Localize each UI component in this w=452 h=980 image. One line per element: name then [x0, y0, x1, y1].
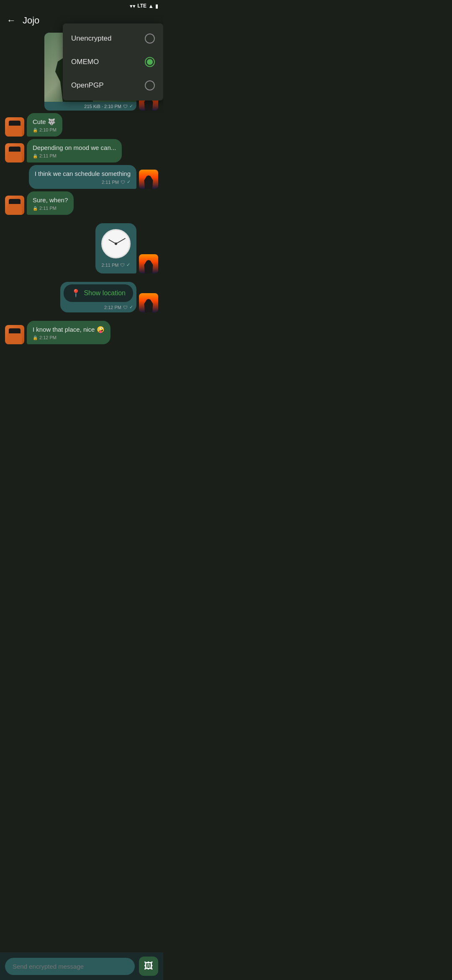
- table-row: Sure, when? 🔒 2:11 PM: [5, 191, 158, 215]
- signal-icon: ▲: [148, 3, 154, 9]
- avatar: [5, 196, 24, 215]
- message-meta: 🔒 2:11 PM: [33, 153, 116, 158]
- avatar: [139, 170, 158, 189]
- message-meta: 2:12 PM 🛡 ✓: [64, 304, 133, 310]
- battery-icon: ▮: [155, 3, 158, 9]
- show-location-label: Show location: [84, 289, 126, 297]
- shield-icon: 🛡: [120, 263, 125, 268]
- shield-icon: 🛡: [123, 104, 128, 109]
- shield-icon: 🛡: [121, 180, 125, 185]
- table-row: I know that place, nice 🤪 🔒 2:12 PM: [5, 321, 158, 344]
- message-meta: 🔒 2:10 PM: [33, 127, 56, 132]
- clock-face: [101, 229, 131, 258]
- shield-icon: 🛡: [123, 305, 128, 310]
- enc-option-unencrypted[interactable]: Unencrypted: [63, 27, 163, 50]
- message-time: 2:10 PM: [39, 127, 56, 132]
- table-row: Depending on mood we can... 🔒 2:11 PM: [5, 139, 158, 162]
- message-text: I think we can schedule something: [35, 169, 131, 178]
- enc-omemo-radio[interactable]: [145, 57, 155, 67]
- chat-title: Jojo: [23, 15, 39, 26]
- table-row: I think we can schedule something 2:11 P…: [5, 165, 158, 189]
- avatar: [139, 254, 158, 273]
- enc-omemo-label: OMEMO: [71, 58, 99, 66]
- message-text: I know that place, nice 🤪: [33, 325, 105, 334]
- message-bubble: I know that place, nice 🤪 🔒 2:12 PM: [27, 321, 110, 344]
- lock-icon: 🔒: [33, 154, 38, 158]
- show-location-button[interactable]: 📍 Show location: [64, 284, 133, 302]
- enc-option-openpgp[interactable]: OpenPGP: [63, 74, 163, 97]
- avatar: [5, 325, 24, 344]
- check-icon: ✓: [127, 179, 131, 185]
- message-time: 2:11 PM: [102, 180, 119, 185]
- message-time: 2:11 PM: [102, 263, 119, 268]
- location-message-bubble: 📍 Show location 2:12 PM 🛡 ✓: [60, 282, 136, 312]
- lock-icon: 🔒: [33, 206, 38, 211]
- avatar: [5, 117, 24, 137]
- clock-center: [115, 242, 117, 245]
- message-time: 2:12 PM: [39, 335, 56, 340]
- message-time: 2:11 PM: [39, 153, 56, 158]
- avatar: [139, 293, 158, 312]
- enc-omemo-radio-inner: [147, 59, 153, 65]
- enc-option-omemo[interactable]: OMEMO: [63, 50, 163, 74]
- chat-header: ← Jojo Unencrypted OMEMO OpenPGP: [0, 12, 163, 29]
- message-time: 2:12 PM: [104, 305, 121, 310]
- table-row: 2:11 PM 🛡 ✓: [5, 223, 158, 273]
- message-bubble: Cute 🐺 🔒 2:10 PM: [27, 113, 62, 137]
- clock-message-bubble: 2:11 PM 🛡 ✓: [95, 223, 136, 273]
- message-meta: 🔒 2:12 PM: [33, 335, 105, 340]
- table-row: 📍 Show location 2:12 PM 🛡 ✓: [5, 282, 158, 312]
- back-button[interactable]: ←: [7, 15, 16, 26]
- status-icons: ▾▾ LTE ▲ ▮: [130, 3, 158, 9]
- message-meta: 🔒 2:11 PM: [33, 206, 68, 211]
- message-meta: 2:11 PM 🛡 ✓: [35, 179, 131, 185]
- message-time: 2:11 PM: [39, 206, 56, 211]
- message-text: Cute 🐺: [33, 117, 56, 126]
- check-icon: ✓: [126, 262, 130, 268]
- encryption-dropdown: Unencrypted OMEMO OpenPGP: [63, 23, 163, 101]
- message-meta: 2:11 PM 🛡 ✓: [102, 262, 131, 268]
- message-bubble: Sure, when? 🔒 2:11 PM: [27, 191, 74, 215]
- check-icon: ✓: [129, 304, 133, 310]
- location-pin-icon: 📍: [71, 289, 80, 298]
- image-size-time: 215 KiB · 2:10 PM: [84, 104, 121, 109]
- enc-openpgp-label: OpenPGP: [71, 81, 104, 90]
- clock-minute-hand: [116, 238, 126, 244]
- image-meta: 215 KiB · 2:10 PM 🛡 ✓: [44, 102, 136, 111]
- enc-openpgp-radio[interactable]: [145, 80, 155, 90]
- lock-icon: 🔒: [33, 128, 38, 132]
- network-label: LTE: [137, 3, 146, 9]
- enc-unencrypted-radio[interactable]: [145, 34, 155, 44]
- message-text: Sure, when?: [33, 196, 68, 204]
- enc-unencrypted-label: Unencrypted: [71, 34, 111, 43]
- message-bubble: I think we can schedule something 2:11 P…: [29, 165, 136, 189]
- check-icon: ✓: [129, 103, 133, 109]
- lock-icon: 🔒: [33, 335, 38, 340]
- wifi-icon: ▾▾: [130, 3, 136, 9]
- status-bar: ▾▾ LTE ▲ ▮: [0, 0, 163, 12]
- avatar: [5, 143, 24, 162]
- message-text: Depending on mood we can...: [33, 143, 116, 152]
- message-bubble: Depending on mood we can... 🔒 2:11 PM: [27, 139, 122, 162]
- table-row: Cute 🐺 🔒 2:10 PM: [5, 113, 158, 137]
